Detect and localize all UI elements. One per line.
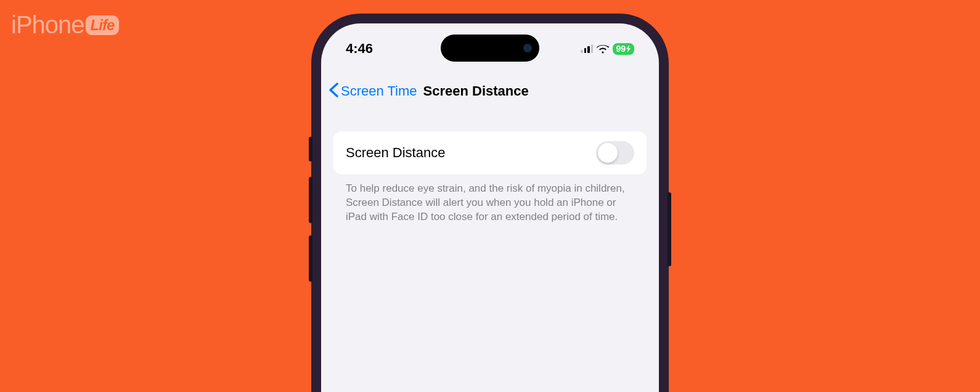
dynamic-island: [441, 35, 539, 62]
setting-description: To help reduce eye strain, and the risk …: [333, 174, 647, 224]
battery-icon: 99: [613, 43, 634, 55]
phone-volume-down-button: [309, 235, 312, 282]
nav-bar: Screen Time Screen Distance: [321, 76, 659, 107]
back-chevron-icon[interactable]: [329, 82, 338, 100]
watermark-logo: iPhone Life: [11, 11, 119, 39]
watermark-badge: Life: [86, 15, 120, 35]
watermark-brand: iPhone: [11, 11, 84, 39]
battery-percent: 99: [616, 44, 626, 54]
phone-power-button: [668, 192, 671, 266]
status-right: 99: [581, 43, 634, 55]
phone-volume-up-button: [309, 177, 312, 223]
settings-content: Screen Distance To help reduce eye strai…: [321, 119, 659, 237]
wifi-icon: [597, 44, 609, 54]
phone-screen: 4:46 99 Screen T: [321, 23, 659, 392]
back-button[interactable]: Screen Time: [341, 83, 417, 99]
setting-label: Screen Distance: [346, 145, 445, 161]
phone-side-button: [309, 137, 312, 161]
cellular-icon: [581, 44, 593, 53]
status-time: 4:46: [346, 41, 373, 57]
phone-frame: 4:46 99 Screen T: [311, 14, 669, 392]
screen-distance-toggle[interactable]: [596, 141, 634, 165]
screen-distance-row: Screen Distance: [333, 131, 647, 174]
toggle-knob: [598, 143, 618, 163]
page-title: Screen Distance: [423, 83, 529, 99]
